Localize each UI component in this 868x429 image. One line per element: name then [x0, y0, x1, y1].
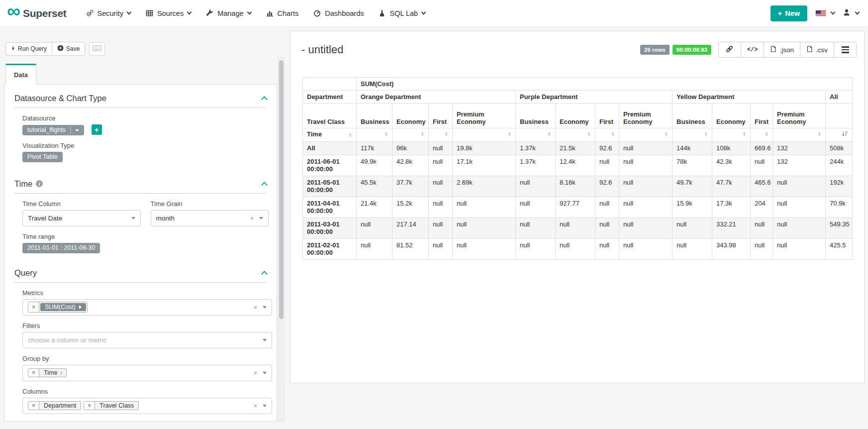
time-grain-select[interactable]: month × — [151, 210, 269, 226]
pivot-column-sort-header[interactable]: ▲▼ — [619, 128, 673, 142]
pivot-cell: null — [595, 197, 619, 218]
datasource-section-header: Datasource & Chart Type — [14, 94, 267, 103]
datasource-chip[interactable]: tutorial_flights — [22, 125, 84, 135]
chart-panel: - untitled 26 rows 00:00:00.93 </> .json… — [290, 31, 865, 383]
plus-circle-icon — [57, 45, 64, 53]
pivot-cell: null — [556, 218, 595, 239]
controls-scrollbar-track[interactable] — [278, 57, 285, 422]
columns-chip[interactable]: ×Department — [28, 401, 81, 410]
tab-data[interactable]: Data — [5, 64, 36, 85]
chevron-down-icon — [75, 129, 79, 131]
pivot-cell: 192k — [826, 176, 853, 197]
remove-chip-icon[interactable]: × — [28, 402, 39, 410]
query-toolbar: Run Query Save — [5, 42, 105, 56]
clear-icon[interactable]: × — [252, 402, 258, 410]
share-link-button[interactable] — [718, 42, 741, 58]
language-selector[interactable] — [815, 10, 835, 16]
view-query-button[interactable]: </> — [741, 42, 765, 58]
pivot-class-header: Business — [673, 104, 712, 128]
pivot-cell: null — [595, 218, 619, 239]
pivot-time-sort-header[interactable]: Time▲▼ — [303, 128, 357, 142]
nav-item-security[interactable]: Security — [79, 4, 138, 22]
pivot-column-sort-header[interactable]: ▲▼ — [751, 128, 773, 142]
new-button[interactable]: +New — [771, 5, 807, 21]
pivot-column-sort-header[interactable]: ▲▼ — [556, 128, 595, 142]
controls-scrollbar-thumb[interactable] — [279, 60, 284, 319]
pivot-cell: null — [453, 218, 516, 239]
collapse-section-icon[interactable] — [261, 271, 268, 277]
filters-field: Filters choose a column or metric — [22, 322, 269, 348]
sort-icon: ▲▼ — [385, 131, 388, 136]
pivot-cell: 465.6 — [751, 176, 773, 197]
remove-chip-icon[interactable]: × — [84, 402, 95, 410]
pivot-column-sort-header[interactable]: ▲▼ — [712, 128, 751, 142]
info-icon[interactable]: i — [36, 180, 43, 187]
viz-type-chip[interactable]: Pivot Table — [22, 152, 63, 162]
pivot-class-header: Business — [357, 104, 392, 128]
pivot-row: 2011-06-01 00:00:0049.9k42.8knull17.1k1.… — [303, 155, 853, 176]
nav-item-dashboards[interactable]: Dashboards — [306, 4, 371, 22]
collapse-section-icon[interactable] — [261, 182, 268, 188]
datasource-label: Datasource — [22, 114, 269, 122]
pivot-cell: 8.16k — [556, 176, 595, 197]
pivot-column-sort-header[interactable]: ▲▼ — [773, 128, 826, 142]
collapse-section-icon[interactable] — [261, 96, 268, 103]
columns-select[interactable]: ×Department×Travel Class × — [22, 398, 272, 414]
pivot-column-sort-header[interactable]: ▲▼ — [357, 128, 392, 142]
run-query-button[interactable]: Run Query — [5, 42, 52, 56]
groupby-select[interactable]: × Time i × — [22, 365, 272, 381]
pivot-travel-class-label: Travel Class — [303, 104, 357, 128]
pivot-cell: 78k — [673, 155, 712, 176]
remove-chip-icon[interactable]: × — [28, 369, 39, 377]
pivot-column-sort-header[interactable]: ▲▼ — [429, 128, 453, 142]
pivot-column-sort-header[interactable]: ▲▼ — [453, 128, 516, 142]
clear-icon[interactable]: × — [252, 369, 258, 377]
clear-icon[interactable]: × — [249, 214, 255, 222]
pivot-column-sort-header[interactable]: ▲▼ — [595, 128, 619, 142]
chart-title[interactable]: - untitled — [301, 43, 343, 56]
pivot-column-sort-header[interactable]: ▲▼ — [516, 128, 556, 142]
time-column-field: Time Column Travel Date — [22, 200, 141, 226]
time-column-select[interactable]: Travel Date — [22, 210, 141, 226]
pivot-cell: null — [751, 155, 773, 176]
pivot-department-header: Purple Department — [516, 91, 673, 104]
clear-icon[interactable]: × — [252, 304, 258, 311]
nav-item-charts[interactable]: Charts — [259, 4, 306, 22]
chevron-down-icon — [855, 10, 860, 15]
superset-logo[interactable]: ∞ Superset — [0, 7, 67, 19]
keyboard-shortcuts-button[interactable] — [89, 42, 105, 56]
metrics-select[interactable]: × SUM(Cost) × — [22, 299, 272, 316]
nav-item-sources[interactable]: Sources — [138, 4, 198, 22]
pivot-cell: 204 — [751, 197, 773, 218]
save-button[interactable]: Save — [52, 42, 85, 56]
query-timer-badge: 00:00:00.93 — [673, 45, 711, 55]
remove-chip-icon[interactable]: × — [28, 302, 39, 312]
export-json-button[interactable]: .json — [764, 42, 800, 58]
export-csv-button[interactable]: .csv — [800, 42, 834, 58]
nav-item-label: Manage — [217, 9, 243, 17]
nav-item-label: Charts — [278, 9, 299, 17]
more-options-button[interactable] — [834, 42, 857, 58]
metric-chip[interactable]: × SUM(Cost) — [28, 302, 88, 313]
chevron-down-icon — [247, 10, 252, 15]
nav-item-sql-lab[interactable]: SQL Lab — [371, 4, 433, 22]
pivot-column-sort-header[interactable]: ▲▼ — [392, 128, 429, 142]
pivot-cell: null — [773, 176, 826, 197]
pivot-cell: null — [619, 197, 673, 218]
pivot-cell: null — [673, 218, 712, 239]
chevron-down-icon — [263, 372, 267, 374]
pivot-class-header: Premium Economy — [619, 104, 673, 128]
add-datasource-button[interactable]: + — [92, 124, 102, 135]
time-column-label: Time Column — [22, 200, 141, 208]
pivot-column-sort-header[interactable] — [826, 128, 853, 142]
pivot-cell: null — [429, 218, 453, 239]
user-menu[interactable] — [843, 8, 859, 18]
time-range-chip[interactable]: 2011-01-01 : 2011-06-30 — [22, 243, 100, 253]
nav-item-label: Security — [97, 9, 123, 17]
filters-select[interactable]: choose a column or metric — [22, 332, 272, 348]
pivot-cell: null — [429, 142, 453, 155]
nav-item-manage[interactable]: Manage — [198, 4, 258, 22]
pivot-column-sort-header[interactable]: ▲▼ — [673, 128, 712, 142]
groupby-chip[interactable]: × Time i — [28, 368, 67, 377]
columns-chip[interactable]: ×Travel Class — [84, 401, 139, 410]
